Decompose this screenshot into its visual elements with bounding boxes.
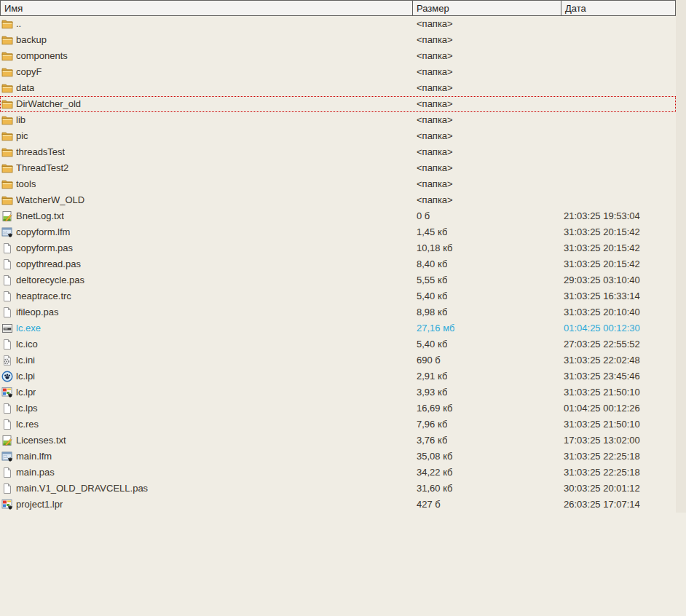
file-date: 01:04:25 00:12:30 [564, 323, 640, 333]
file-row[interactable]: data <папка> [0, 80, 676, 96]
text-file-icon [1, 435, 13, 446]
file-size: 690 б [417, 355, 441, 366]
file-name: lc.ico [16, 339, 38, 350]
file-row[interactable]: .. <папка> [0, 16, 676, 32]
file-row[interactable]: lc.exe 27,16 мб 01:04:25 00:12:30 [0, 320, 676, 336]
file-row[interactable]: tools <папка> [0, 176, 676, 192]
form-file-icon [1, 226, 13, 238]
file-row[interactable]: copyform.pas 10,18 кб 31:03:25 20:15:42 [0, 240, 676, 256]
file-name: project1.lpr [16, 499, 63, 510]
file-row[interactable]: heaptrace.trc 5,40 кб 31:03:25 16:33:14 [0, 288, 676, 304]
file-size: <папка> [417, 178, 453, 189]
file-row[interactable]: Licenses.txt 3,76 кб 17:03:25 13:02:00 [0, 433, 676, 449]
file-name: heaptrace.trc [16, 291, 71, 301]
plain-doc-icon [1, 467, 13, 478]
file-date: 21:03:25 19:53:04 [564, 210, 640, 221]
file-name: copythread.pas [16, 258, 81, 269]
file-row[interactable]: ifileop.pas 8,98 кб 31:03:25 20:10:40 [0, 304, 676, 320]
file-size: 3,93 кб [417, 387, 447, 398]
file-name: Licenses.txt [16, 435, 66, 446]
file-row[interactable]: DirWatcher_old <папка> [0, 96, 676, 112]
file-row[interactable]: copyF <папка> [0, 64, 676, 80]
file-date: 17:03:25 13:02:00 [564, 435, 640, 446]
file-date: 31:03:25 20:15:42 [564, 258, 640, 269]
file-name: tools [16, 178, 36, 189]
file-name: lc.lpi [16, 371, 35, 382]
file-row[interactable]: BnetLog.txt 0 б 21:03:25 19:53:04 [0, 208, 676, 224]
file-row[interactable]: copyform.lfm 1,45 кб 31:03:25 20:15:42 [0, 224, 676, 240]
file-row[interactable]: copythread.pas 8,40 кб 31:03:25 20:15:42 [0, 256, 676, 272]
folder-icon [1, 114, 13, 126]
file-name: lib [16, 114, 25, 125]
file-size: 34,22 кб [417, 467, 453, 478]
column-header-date[interactable]: Дата [561, 1, 675, 15]
app-exe-icon [1, 323, 13, 334]
file-size: 0 б [417, 210, 430, 221]
file-row[interactable]: lib <папка> [0, 112, 676, 128]
file-date: 31:03:25 20:10:40 [564, 307, 640, 317]
file-row[interactable]: main.V1_OLD_DRAVCELL.pas 31,60 кб 30:03:… [0, 481, 676, 497]
lazarus-source-icon [1, 387, 13, 398]
plain-doc-icon [1, 307, 13, 318]
file-name: ifileop.pas [16, 307, 59, 317]
file-name: lc.lpr [16, 387, 36, 398]
folder-icon [1, 146, 13, 158]
column-header-name[interactable]: Имя [1, 1, 413, 15]
file-date: 26:03:25 17:07:14 [564, 499, 640, 510]
file-name: copyF [16, 66, 42, 77]
file-date: 31:03:25 22:02:48 [564, 355, 640, 366]
file-list: .. <папка> backup <папка> components <па… [0, 16, 676, 513]
plain-doc-icon [1, 483, 13, 494]
file-row[interactable]: threadsTest <папка> [0, 144, 676, 160]
folder-icon [1, 194, 13, 206]
file-row[interactable]: main.pas 34,22 кб 31:03:25 22:25:18 [0, 465, 676, 481]
file-date: 30:03:25 20:01:12 [564, 483, 640, 494]
file-size: 1,45 кб [417, 226, 447, 237]
ini-file-icon [1, 355, 13, 366]
file-name: lc.res [16, 419, 39, 430]
file-row[interactable]: lc.lpr 3,93 кб 31:03:25 21:50:10 [0, 384, 676, 400]
file-row[interactable]: project1.lpr 427 б 26:03:25 17:07:14 [0, 497, 676, 513]
column-header-bar: Имя Размер Дата [0, 0, 676, 16]
file-name: DirWatcher_old [16, 98, 81, 109]
column-header-size[interactable]: Размер [413, 1, 561, 15]
file-row[interactable]: lc.res 7,96 кб 31:03:25 21:50:10 [0, 416, 676, 433]
file-name: lc.lps [16, 403, 38, 414]
file-row[interactable]: backup <папка> [0, 32, 676, 48]
file-date: 27:03:25 22:55:52 [564, 339, 640, 350]
file-date: 31:03:25 21:50:10 [564, 419, 640, 430]
file-row[interactable]: WatcherW_OLD <папка> [0, 192, 676, 208]
file-date: 31:03:25 22:25:18 [564, 451, 640, 462]
file-name: lc.ini [16, 355, 35, 366]
file-size: 3,76 кб [417, 435, 447, 446]
file-size: <папка> [417, 194, 453, 205]
file-name: copyform.pas [16, 242, 73, 253]
file-name: pic [16, 130, 28, 141]
file-row[interactable]: lc.ico 5,40 кб 27:03:25 22:55:52 [0, 336, 676, 352]
file-row[interactable]: components <папка> [0, 48, 676, 64]
file-size: 8,40 кб [417, 258, 447, 269]
plain-doc-icon [1, 419, 13, 430]
file-row[interactable]: deltorecycle.pas 5,55 кб 29:03:25 03:10:… [0, 272, 676, 288]
file-name: BnetLog.txt [16, 210, 64, 221]
file-size: <папка> [417, 98, 453, 109]
file-name: WatcherW_OLD [16, 194, 84, 205]
folder-icon [1, 98, 13, 110]
file-size: 10,18 кб [417, 242, 453, 253]
file-row[interactable]: ThreadTest2 <папка> [0, 160, 676, 176]
form-file-icon [1, 451, 13, 462]
file-row[interactable]: lc.ini 690 б 31:03:25 22:02:48 [0, 352, 676, 368]
file-row[interactable]: main.lfm 35,08 кб 31:03:25 22:25:18 [0, 449, 676, 465]
file-name: threadsTest [16, 146, 65, 157]
file-size: 31,60 кб [417, 483, 453, 494]
file-row[interactable]: pic <папка> [0, 128, 676, 144]
file-row[interactable]: lc.lps 16,69 кб 01:04:25 00:12:26 [0, 400, 676, 416]
plain-doc-icon [1, 291, 13, 302]
file-row[interactable]: lc.lpi 2,91 кб 31:03:25 23:45:46 [0, 368, 676, 384]
folder-icon [1, 66, 13, 78]
file-date: 31:03:25 21:50:10 [564, 387, 640, 398]
folder-icon [1, 162, 13, 174]
file-name: deltorecycle.pas [16, 275, 84, 285]
file-size: <папка> [417, 82, 453, 93]
file-name: main.pas [16, 467, 55, 478]
